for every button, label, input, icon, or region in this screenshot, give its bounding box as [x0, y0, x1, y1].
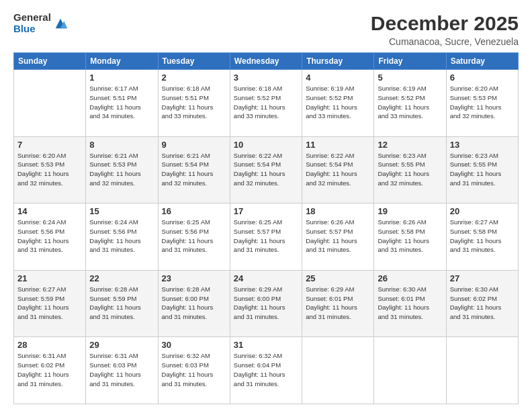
title-block: December 2025 Cumanacoa, Sucre, Venezuel…	[371, 12, 519, 47]
calendar-table: Sunday Monday Tuesday Wednesday Thursday…	[13, 52, 519, 404]
day-info: Sunrise: 6:32 AM Sunset: 6:04 PM Dayligh…	[234, 351, 298, 388]
table-row: 13Sunrise: 6:23 AM Sunset: 5:55 PM Dayli…	[446, 136, 518, 203]
day-info: Sunrise: 6:29 AM Sunset: 6:00 PM Dayligh…	[234, 285, 298, 322]
day-number: 2	[162, 73, 226, 83]
col-friday: Friday	[374, 53, 446, 70]
calendar-week-row: 7Sunrise: 6:20 AM Sunset: 5:53 PM Daylig…	[14, 136, 519, 203]
day-info: Sunrise: 6:19 AM Sunset: 5:52 PM Dayligh…	[378, 84, 442, 121]
day-number: 20	[450, 206, 515, 216]
table-row: 20Sunrise: 6:27 AM Sunset: 5:58 PM Dayli…	[446, 203, 518, 271]
day-info: Sunrise: 6:26 AM Sunset: 5:58 PM Dayligh…	[378, 218, 442, 255]
day-number: 14	[17, 206, 82, 216]
table-row: 16Sunrise: 6:25 AM Sunset: 5:56 PM Dayli…	[158, 203, 230, 271]
day-number: 21	[17, 273, 82, 283]
day-number: 9	[162, 140, 226, 150]
table-row: 4Sunrise: 6:19 AM Sunset: 5:52 PM Daylig…	[302, 70, 374, 137]
table-row: 3Sunrise: 6:18 AM Sunset: 5:52 PM Daylig…	[230, 70, 302, 137]
day-info: Sunrise: 6:28 AM Sunset: 5:59 PM Dayligh…	[89, 285, 154, 322]
col-saturday: Saturday	[446, 53, 518, 70]
calendar-week-row: 21Sunrise: 6:27 AM Sunset: 5:59 PM Dayli…	[14, 270, 519, 337]
day-number: 7	[17, 140, 82, 150]
day-number: 24	[234, 273, 298, 283]
day-info: Sunrise: 6:18 AM Sunset: 5:51 PM Dayligh…	[162, 84, 226, 121]
table-row: 9Sunrise: 6:21 AM Sunset: 5:54 PM Daylig…	[158, 136, 230, 203]
col-thursday: Thursday	[302, 53, 374, 70]
day-info: Sunrise: 6:28 AM Sunset: 6:00 PM Dayligh…	[162, 285, 226, 322]
table-row: 31Sunrise: 6:32 AM Sunset: 6:04 PM Dayli…	[230, 337, 302, 404]
day-info: Sunrise: 6:20 AM Sunset: 5:53 PM Dayligh…	[17, 151, 82, 188]
day-info: Sunrise: 6:23 AM Sunset: 5:55 PM Dayligh…	[378, 151, 442, 188]
calendar-week-row: 1Sunrise: 6:17 AM Sunset: 5:51 PM Daylig…	[14, 70, 519, 137]
table-row: 28Sunrise: 6:31 AM Sunset: 6:02 PM Dayli…	[14, 337, 86, 404]
col-wednesday: Wednesday	[230, 53, 302, 70]
day-number: 6	[450, 73, 515, 83]
day-info: Sunrise: 6:26 AM Sunset: 5:57 PM Dayligh…	[306, 218, 370, 255]
location: Cumanacoa, Sucre, Venezuela	[371, 36, 519, 47]
day-info: Sunrise: 6:22 AM Sunset: 5:54 PM Dayligh…	[306, 151, 370, 188]
day-number: 4	[306, 73, 370, 83]
table-row: 12Sunrise: 6:23 AM Sunset: 5:55 PM Dayli…	[374, 136, 446, 203]
day-info: Sunrise: 6:23 AM Sunset: 5:55 PM Dayligh…	[450, 151, 515, 188]
day-number: 5	[378, 73, 442, 83]
day-number: 16	[162, 206, 226, 216]
col-monday: Monday	[86, 53, 158, 70]
day-number: 17	[234, 206, 298, 216]
table-row: 6Sunrise: 6:20 AM Sunset: 5:53 PM Daylig…	[446, 70, 518, 137]
day-number: 23	[162, 273, 226, 283]
day-info: Sunrise: 6:18 AM Sunset: 5:52 PM Dayligh…	[234, 84, 298, 121]
table-row: 29Sunrise: 6:31 AM Sunset: 6:03 PM Dayli…	[86, 337, 158, 404]
day-number: 27	[450, 273, 515, 283]
day-number: 31	[234, 340, 298, 350]
table-row: 22Sunrise: 6:28 AM Sunset: 5:59 PM Dayli…	[86, 270, 158, 337]
table-row	[302, 337, 374, 404]
day-info: Sunrise: 6:27 AM Sunset: 5:58 PM Dayligh…	[450, 218, 515, 255]
day-number: 8	[89, 140, 154, 150]
day-number: 29	[89, 340, 154, 350]
day-info: Sunrise: 6:22 AM Sunset: 5:54 PM Dayligh…	[234, 151, 298, 188]
day-info: Sunrise: 6:21 AM Sunset: 5:54 PM Dayligh…	[162, 151, 226, 188]
calendar-week-row: 14Sunrise: 6:24 AM Sunset: 5:56 PM Dayli…	[14, 203, 519, 271]
header: General Blue December 2025 Cumanacoa, Su…	[13, 12, 519, 47]
day-number: 1	[89, 73, 154, 83]
table-row: 15Sunrise: 6:24 AM Sunset: 5:56 PM Dayli…	[86, 203, 158, 271]
day-info: Sunrise: 6:19 AM Sunset: 5:52 PM Dayligh…	[306, 84, 370, 121]
table-row: 11Sunrise: 6:22 AM Sunset: 5:54 PM Dayli…	[302, 136, 374, 203]
page: General Blue December 2025 Cumanacoa, Su…	[0, 0, 532, 411]
table-row	[14, 70, 86, 137]
day-number: 15	[89, 206, 154, 216]
col-sunday: Sunday	[14, 53, 86, 70]
day-number: 26	[378, 273, 442, 283]
logo-blue: Blue	[13, 24, 51, 35]
day-number: 13	[450, 140, 515, 150]
day-info: Sunrise: 6:27 AM Sunset: 5:59 PM Dayligh…	[17, 285, 82, 322]
day-info: Sunrise: 6:32 AM Sunset: 6:03 PM Dayligh…	[162, 351, 226, 388]
day-number: 28	[17, 340, 82, 350]
logo-general: General	[13, 12, 51, 24]
logo-icon	[53, 16, 68, 31]
table-row: 10Sunrise: 6:22 AM Sunset: 5:54 PM Dayli…	[230, 136, 302, 203]
table-row	[446, 337, 518, 404]
day-info: Sunrise: 6:29 AM Sunset: 6:01 PM Dayligh…	[306, 285, 370, 322]
logo: General Blue	[13, 12, 68, 34]
table-row: 21Sunrise: 6:27 AM Sunset: 5:59 PM Dayli…	[14, 270, 86, 337]
table-row: 30Sunrise: 6:32 AM Sunset: 6:03 PM Dayli…	[158, 337, 230, 404]
table-row: 17Sunrise: 6:25 AM Sunset: 5:57 PM Dayli…	[230, 203, 302, 271]
table-row: 26Sunrise: 6:30 AM Sunset: 6:01 PM Dayli…	[374, 270, 446, 337]
day-info: Sunrise: 6:24 AM Sunset: 5:56 PM Dayligh…	[89, 218, 154, 255]
table-row: 19Sunrise: 6:26 AM Sunset: 5:58 PM Dayli…	[374, 203, 446, 271]
table-row: 23Sunrise: 6:28 AM Sunset: 6:00 PM Dayli…	[158, 270, 230, 337]
day-info: Sunrise: 6:31 AM Sunset: 6:03 PM Dayligh…	[89, 351, 154, 388]
day-info: Sunrise: 6:30 AM Sunset: 6:01 PM Dayligh…	[378, 285, 442, 322]
day-info: Sunrise: 6:30 AM Sunset: 6:02 PM Dayligh…	[450, 285, 515, 322]
day-info: Sunrise: 6:31 AM Sunset: 6:02 PM Dayligh…	[17, 351, 82, 388]
day-info: Sunrise: 6:21 AM Sunset: 5:53 PM Dayligh…	[89, 151, 154, 188]
table-row	[374, 337, 446, 404]
table-row: 5Sunrise: 6:19 AM Sunset: 5:52 PM Daylig…	[374, 70, 446, 137]
month-title: December 2025	[371, 12, 519, 35]
day-info: Sunrise: 6:24 AM Sunset: 5:56 PM Dayligh…	[17, 218, 82, 255]
table-row: 18Sunrise: 6:26 AM Sunset: 5:57 PM Dayli…	[302, 203, 374, 271]
day-number: 11	[306, 140, 370, 150]
day-number: 22	[89, 273, 154, 283]
day-number: 19	[378, 206, 442, 216]
col-tuesday: Tuesday	[158, 53, 230, 70]
